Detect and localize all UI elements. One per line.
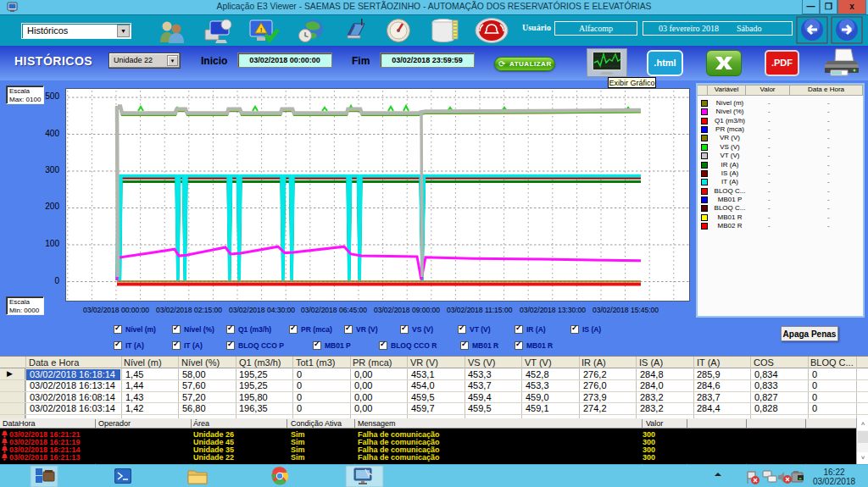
svg-text:!: !: [260, 26, 262, 34]
svg-text:03/02/2018: 03/02/2018: [813, 477, 855, 486]
svg-text:16:22: 16:22: [823, 468, 844, 477]
